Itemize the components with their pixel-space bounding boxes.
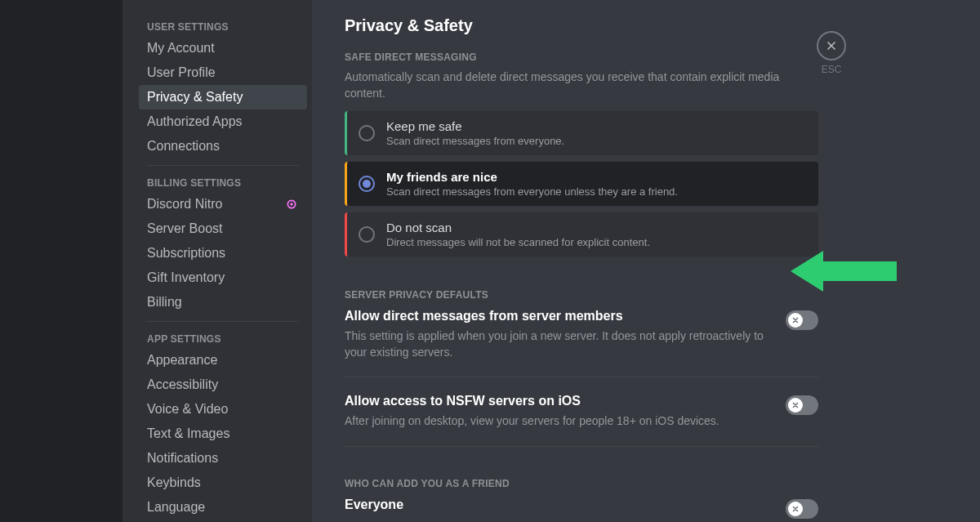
toggle-nsfw-ios-title: Allow access to NSFW servers on iOS: [345, 394, 719, 408]
sidebar-item-appearance[interactable]: Appearance: [139, 348, 307, 373]
divider: [345, 377, 818, 377]
radio-friends-nice[interactable]: My friends are nice Scan direct messages…: [345, 162, 818, 206]
close-settings: ESC: [817, 31, 846, 75]
sidebar-item-subscriptions[interactable]: Subscriptions: [139, 241, 307, 265]
sidebar-item-authorized-apps[interactable]: Authorized Apps: [139, 109, 307, 134]
svg-point-1: [290, 203, 292, 205]
sidebar-item-voice-video[interactable]: Voice & Video: [139, 397, 307, 422]
sidebar-divider: [147, 321, 299, 322]
sidebar-header-app-settings: App Settings: [139, 328, 307, 348]
page-title: Privacy & Safety: [345, 16, 818, 35]
sidebar-item-billing[interactable]: Billing: [139, 290, 307, 315]
settings-sidebar: User Settings My Account User Profile Pr…: [122, 0, 312, 522]
radio-desc: Direct messages will not be scanned for …: [386, 236, 650, 248]
radio-do-not-scan[interactable]: Do not scan Direct messages will not be …: [345, 212, 818, 257]
sidebar-item-keybinds[interactable]: Keybinds: [139, 471, 307, 495]
toggle-allow-dm-title: Allow direct messages from server member…: [345, 309, 766, 323]
section-friend-add-header: Who Can Add You As A Friend: [345, 478, 818, 489]
section-safe-dm-desc: Automatically scan and delete direct mes…: [345, 69, 818, 101]
radio-icon: [359, 226, 375, 243]
radio-desc: Scan direct messages from everyone unles…: [386, 185, 678, 198]
sidebar-item-connections[interactable]: Connections: [139, 134, 307, 158]
sidebar-item-notifications[interactable]: Notifications: [139, 446, 307, 471]
window-gutter: [0, 0, 122, 522]
divider: [345, 446, 818, 447]
sidebar-item-gift-inventory[interactable]: Gift Inventory: [139, 265, 307, 290]
sidebar-divider: [147, 165, 299, 166]
settings-main: ESC Privacy & Safety Safe Direct Messagi…: [312, 0, 980, 522]
section-safe-dm-header: Safe Direct Messaging: [345, 51, 818, 63]
toggle-allow-dm[interactable]: [786, 310, 818, 330]
toggle-allow-dm-desc: This setting is applied when you join a …: [345, 328, 766, 360]
radio-icon: [359, 125, 375, 141]
sidebar-header-billing-settings: Billing Settings: [139, 172, 307, 192]
close-button[interactable]: [817, 31, 846, 60]
sidebar-item-user-profile[interactable]: User Profile: [139, 60, 307, 85]
sidebar-item-server-boost[interactable]: Server Boost: [139, 216, 307, 241]
sidebar-item-privacy-safety[interactable]: Privacy & Safety: [139, 85, 307, 109]
radio-title: Do not scan: [386, 221, 650, 234]
nitro-icon: [284, 197, 299, 212]
section-server-defaults-header: Server Privacy Defaults: [345, 289, 818, 301]
toggle-everyone-title: Everyone: [345, 497, 403, 512]
radio-keep-me-safe[interactable]: Keep me safe Scan direct messages from e…: [345, 111, 818, 155]
sidebar-item-language[interactable]: Language: [139, 495, 307, 520]
close-esc-label: ESC: [822, 64, 842, 75]
sidebar-header-user-settings: User Settings: [139, 16, 307, 36]
sidebar-item-text-images[interactable]: Text & Images: [139, 422, 307, 446]
sidebar-item-discord-nitro[interactable]: Discord Nitro: [139, 192, 307, 216]
sidebar-item-my-account[interactable]: My Account: [139, 36, 307, 60]
radio-title: Keep me safe: [386, 119, 564, 133]
radio-desc: Scan direct messages from everyone.: [386, 135, 564, 147]
radio-title: My friends are nice: [386, 170, 678, 184]
radio-icon: [359, 176, 375, 192]
toggle-nsfw-ios-desc: After joining on desktop, view your serv…: [345, 413, 719, 430]
toggle-nsfw-ios[interactable]: [786, 395, 818, 415]
sidebar-item-accessibility[interactable]: Accessibility: [139, 373, 307, 397]
toggle-everyone[interactable]: [786, 499, 818, 519]
